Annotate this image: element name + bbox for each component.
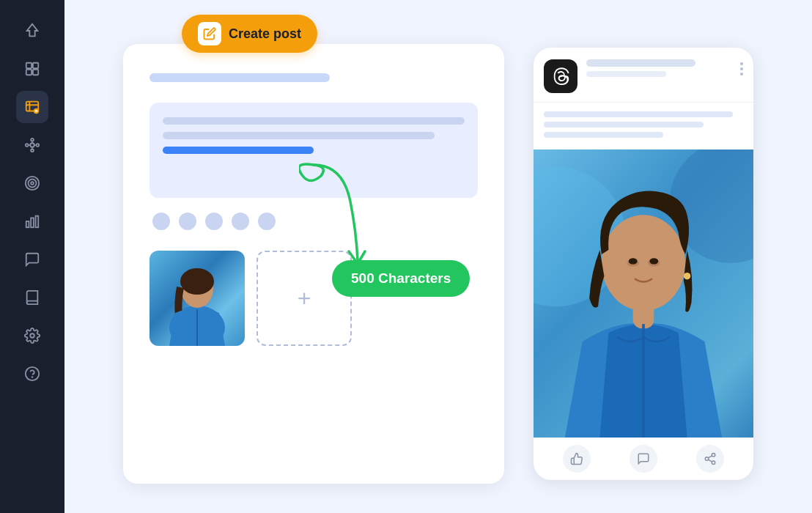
phone-post-image <box>534 150 753 438</box>
dot-5[interactable] <box>258 213 276 230</box>
phone-more-dots[interactable] <box>740 59 743 75</box>
svg-point-26 <box>180 268 214 295</box>
svg-point-39 <box>705 457 709 461</box>
svg-rect-2 <box>26 70 32 75</box>
svg-point-8 <box>37 144 40 147</box>
phone-text-line-2 <box>544 122 704 128</box>
share-button[interactable] <box>696 445 724 473</box>
phone-header <box>534 48 753 103</box>
dot-2[interactable] <box>179 213 196 230</box>
edit-icon <box>198 22 221 45</box>
svg-point-32 <box>602 215 685 311</box>
form-card: + 500 Characters <box>123 44 504 484</box>
media-type-selector <box>150 213 478 230</box>
phone-handle-line <box>586 71 666 77</box>
svg-rect-3 <box>33 70 38 75</box>
phone-action-bar <box>534 438 753 480</box>
svg-line-41 <box>708 460 712 462</box>
svg-point-9 <box>31 139 34 141</box>
svg-point-38 <box>712 454 715 457</box>
dot-1[interactable] <box>152 213 170 230</box>
comment-button[interactable] <box>630 445 657 473</box>
svg-point-37 <box>684 273 691 280</box>
svg-point-17 <box>31 182 34 185</box>
svg-line-42 <box>708 456 712 458</box>
woman-photo <box>534 150 753 438</box>
svg-point-35 <box>629 258 638 264</box>
threads-icon <box>544 59 577 93</box>
sidebar-item-dashboard[interactable] <box>16 53 48 85</box>
phone-text-line-1 <box>544 111 733 117</box>
text-line-2 <box>163 132 435 139</box>
create-post-label: Create post <box>229 26 301 42</box>
svg-rect-19 <box>31 218 34 227</box>
svg-rect-0 <box>26 63 32 68</box>
characters-badge: 500 Characters <box>332 260 470 297</box>
main-content: Create post <box>64 0 812 513</box>
sidebar-item-network[interactable] <box>16 129 48 161</box>
svg-point-40 <box>712 461 715 465</box>
post-textarea[interactable] <box>150 103 478 198</box>
sidebar-item-inbox[interactable] <box>16 243 48 276</box>
phone-preview-card <box>534 48 753 480</box>
dot-3[interactable] <box>205 213 223 230</box>
svg-point-23 <box>32 377 33 377</box>
svg-point-36 <box>649 258 658 264</box>
text-line-1 <box>163 117 465 125</box>
svg-point-16 <box>29 180 37 188</box>
svg-point-21 <box>30 333 34 338</box>
text-line-3 <box>163 147 314 154</box>
characters-label: 500 Characters <box>351 270 451 286</box>
image-thumbnail-1[interactable] <box>150 251 245 346</box>
sidebar-item-library[interactable] <box>16 281 48 314</box>
phone-text-line-3 <box>544 132 663 138</box>
phone-username-line <box>586 59 695 67</box>
sidebar-item-support[interactable] <box>16 358 48 390</box>
svg-point-7 <box>26 144 29 147</box>
phone-post-text <box>534 103 753 150</box>
form-title-bar <box>150 73 330 82</box>
dot-4[interactable] <box>232 213 249 230</box>
sidebar-item-navigation[interactable] <box>16 15 48 47</box>
svg-point-6 <box>30 143 34 147</box>
svg-rect-18 <box>26 221 29 227</box>
sidebar-item-target[interactable] <box>16 167 48 199</box>
sidebar-item-settings[interactable] <box>16 320 48 352</box>
create-post-badge[interactable]: Create post <box>182 15 317 53</box>
sidebar <box>0 0 64 513</box>
svg-rect-1 <box>33 63 38 68</box>
phone-header-content <box>586 59 731 77</box>
sidebar-item-posts[interactable] <box>16 91 48 123</box>
like-button[interactable] <box>563 445 591 473</box>
plus-icon: + <box>298 285 311 312</box>
svg-rect-20 <box>36 216 39 228</box>
sidebar-item-analytics[interactable] <box>16 205 48 237</box>
svg-point-10 <box>31 150 34 152</box>
